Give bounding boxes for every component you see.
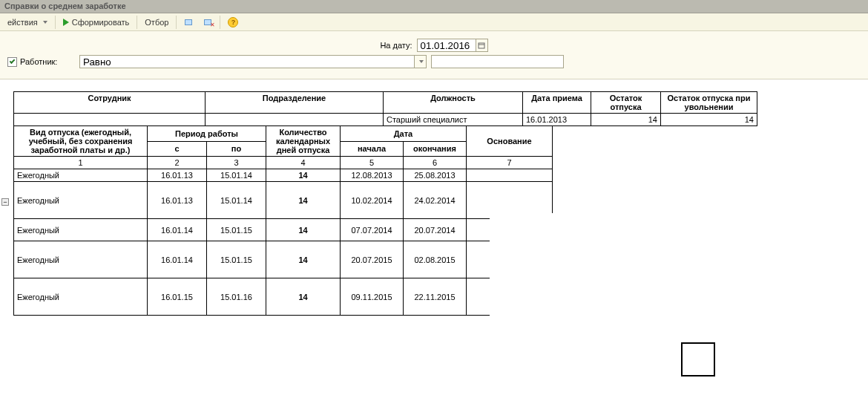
generate-label: Сформировать bbox=[72, 18, 130, 27]
header-table: Сотрудник Подразделение Должность Дата п… bbox=[13, 91, 757, 126]
cell-days: 14 bbox=[266, 169, 341, 182]
cell-remain-dismiss: 14 bbox=[661, 114, 757, 126]
table-row: Ежегодный 16.01.15 15.01.16 14 09.11.201… bbox=[14, 278, 553, 316]
colnum: 1 bbox=[14, 157, 148, 169]
cell-position: Старший специалист bbox=[384, 114, 523, 126]
col-employee-header: Сотрудник bbox=[14, 92, 206, 114]
table-row: Ежегодный 16.01.14 15.01.15 14 20.07.201… bbox=[14, 241, 553, 278]
play-icon bbox=[63, 19, 69, 26]
cell-to: 15.01.15 bbox=[207, 219, 266, 241]
cell-end: 22.11.2015 bbox=[404, 278, 467, 316]
cell-to: 15.01.15 bbox=[207, 241, 266, 278]
filter-clear-button[interactable] bbox=[199, 16, 217, 28]
cell-from: 16.01.14 bbox=[148, 219, 207, 241]
vh-basis: Основание bbox=[467, 126, 553, 157]
col-position-header: Должность bbox=[384, 92, 523, 114]
toolbar-separator bbox=[220, 16, 220, 29]
vh-type: Вид отпуска (ежегодный, учебный, без сох… bbox=[14, 126, 148, 157]
filter-clear-icon bbox=[203, 18, 212, 27]
cell-employee bbox=[14, 114, 206, 126]
cell-days: 14 bbox=[266, 241, 341, 278]
cell-end: 02.08.2015 bbox=[404, 241, 467, 278]
colnum: 5 bbox=[341, 157, 404, 169]
chevron-down-icon bbox=[419, 60, 424, 63]
compare-mode-combo[interactable] bbox=[79, 55, 415, 68]
toolbar-separator bbox=[176, 16, 177, 29]
cell-days: 14 bbox=[266, 182, 341, 219]
cell-dept bbox=[206, 114, 384, 126]
filter-label: Отбор bbox=[145, 18, 168, 27]
generate-button[interactable]: Сформировать bbox=[59, 16, 134, 28]
filter-icon bbox=[184, 18, 193, 27]
cell-to: 15.01.16 bbox=[207, 278, 266, 316]
cell-from: 16.01.15 bbox=[148, 278, 207, 316]
cell-type: Ежегодный bbox=[14, 182, 148, 219]
worker-label: Работник: bbox=[20, 57, 79, 66]
cell-start: 10.02.2014 bbox=[341, 182, 404, 219]
colnum: 7 bbox=[467, 157, 553, 169]
filter-button[interactable]: Отбор bbox=[140, 16, 173, 28]
filter-set-button[interactable] bbox=[180, 16, 197, 28]
cell-start: 20.07.2015 bbox=[341, 241, 404, 278]
cell-start: 09.11.2015 bbox=[341, 278, 404, 316]
table-row: Ежегодный 16.01.13 15.01.14 14 10.02.201… bbox=[14, 182, 553, 219]
col-dept-header: Подразделение bbox=[206, 92, 384, 114]
cell-type: Ежегодный bbox=[14, 241, 148, 278]
date-picker-button[interactable] bbox=[476, 39, 488, 52]
report-area[interactable]: − Сотрудник Подразделение Должность Дата… bbox=[0, 79, 868, 401]
toolbar-separator bbox=[55, 16, 56, 29]
col-remain-header: Остаток отпуска bbox=[591, 92, 661, 114]
toolbar-separator bbox=[137, 16, 137, 29]
col-hiredate-header: Дата приема bbox=[523, 92, 591, 114]
cell-from: 16.01.14 bbox=[148, 241, 207, 278]
col-remain-dismiss-header: Остаток отпуска при увольнении bbox=[661, 92, 757, 114]
cell-from: 16.01.13 bbox=[148, 169, 207, 182]
cell-remain: 14 bbox=[591, 114, 661, 126]
actions-label: ействия bbox=[7, 18, 38, 27]
vacation-table: Вид отпуска (ежегодный, учебный, без сох… bbox=[13, 125, 553, 316]
vh-period-from: с bbox=[148, 141, 207, 157]
table-row: Ежегодный 16.01.14 15.01.15 14 07.07.201… bbox=[14, 219, 553, 241]
table-row: Ежегодный 16.01.13 15.01.14 14 12.08.201… bbox=[14, 169, 553, 182]
outline-collapse-button[interactable]: − bbox=[1, 198, 9, 206]
cell-type: Ежегодный bbox=[14, 278, 148, 316]
empty-box-marker bbox=[681, 342, 715, 376]
worker-checkbox[interactable] bbox=[7, 57, 17, 67]
date-input[interactable] bbox=[417, 39, 476, 52]
actions-menu-button[interactable]: ействия bbox=[3, 16, 52, 28]
vh-date-start: начала bbox=[341, 141, 404, 157]
window-title: Справки о среднем заработке bbox=[4, 1, 126, 10]
parameters-panel: На дату: Работник: bbox=[0, 31, 868, 79]
cell-end: 20.07.2014 bbox=[404, 219, 467, 241]
compare-mode-dropdown-button[interactable] bbox=[415, 55, 427, 68]
cell-hiredate: 16.01.2013 bbox=[523, 114, 591, 126]
vh-days: Количество календарных дней отпуска bbox=[266, 126, 341, 157]
svg-rect-0 bbox=[479, 43, 484, 48]
cell-end: 25.08.2013 bbox=[404, 169, 467, 182]
cell-basis bbox=[467, 169, 553, 182]
worker-value-input[interactable] bbox=[431, 55, 564, 68]
cell-from: 16.01.13 bbox=[148, 182, 207, 219]
cell-to: 15.01.14 bbox=[207, 182, 266, 219]
cell-type: Ежегодный bbox=[14, 169, 148, 182]
window-titlebar: Справки о среднем заработке bbox=[0, 0, 868, 13]
help-button[interactable]: ? bbox=[223, 16, 243, 29]
chevron-down-icon bbox=[43, 21, 47, 24]
vh-date: Дата bbox=[341, 126, 467, 142]
cell-end: 24.02.2014 bbox=[404, 182, 467, 219]
calendar-icon bbox=[478, 42, 485, 49]
toolbar: ействия Сформировать Отбор ? bbox=[0, 13, 868, 31]
vh-period: Период работы bbox=[148, 126, 266, 142]
colnum: 4 bbox=[266, 157, 341, 169]
cell-days: 14 bbox=[266, 219, 341, 241]
vh-period-to: по bbox=[207, 141, 266, 157]
date-label: На дату: bbox=[380, 41, 412, 50]
cell-days: 14 bbox=[266, 278, 341, 316]
cell-type: Ежегодный bbox=[14, 219, 148, 241]
colnum: 3 bbox=[207, 157, 266, 169]
cell-start: 07.07.2014 bbox=[341, 219, 404, 241]
colnum: 2 bbox=[148, 157, 207, 169]
redacted-overlay bbox=[490, 213, 638, 399]
cell-start: 12.08.2013 bbox=[341, 169, 404, 182]
help-icon: ? bbox=[228, 17, 238, 27]
